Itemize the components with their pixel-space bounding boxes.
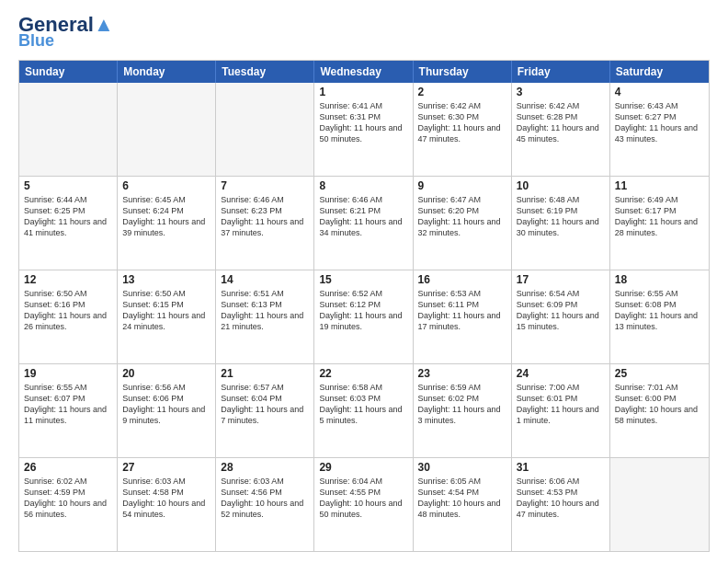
day-number: 17 xyxy=(517,273,605,286)
day-cell-29: 29Sunrise: 6:04 AM Sunset: 4:55 PM Dayli… xyxy=(314,458,413,551)
day-info: Sunrise: 6:59 AM Sunset: 6:02 PM Dayligh… xyxy=(418,382,506,427)
day-number: 5 xyxy=(24,179,112,192)
day-cell-11: 11Sunrise: 6:49 AM Sunset: 6:17 PM Dayli… xyxy=(610,177,709,270)
day-number: 29 xyxy=(319,461,407,474)
day-info: Sunrise: 6:46 AM Sunset: 6:23 PM Dayligh… xyxy=(221,194,309,239)
day-cell-30: 30Sunrise: 6:05 AM Sunset: 4:54 PM Dayli… xyxy=(414,458,512,551)
day-cell-26: 26Sunrise: 6:02 AM Sunset: 4:59 PM Dayli… xyxy=(19,458,118,551)
day-cell-22: 22Sunrise: 6:58 AM Sunset: 6:03 PM Dayli… xyxy=(314,364,413,457)
day-number: 15 xyxy=(319,273,407,286)
day-info: Sunrise: 6:47 AM Sunset: 6:20 PM Dayligh… xyxy=(418,194,506,239)
day-info: Sunrise: 6:42 AM Sunset: 6:28 PM Dayligh… xyxy=(517,100,605,145)
day-number: 10 xyxy=(517,179,605,192)
day-cell-4: 4Sunrise: 6:43 AM Sunset: 6:27 PM Daylig… xyxy=(610,83,709,176)
day-header-wednesday: Wednesday xyxy=(314,61,413,83)
day-number: 30 xyxy=(418,461,506,474)
calendar-body: 1Sunrise: 6:41 AM Sunset: 6:31 PM Daylig… xyxy=(19,83,709,551)
day-header-tuesday: Tuesday xyxy=(216,61,314,83)
day-info: Sunrise: 6:02 AM Sunset: 4:59 PM Dayligh… xyxy=(24,476,112,521)
day-cell-16: 16Sunrise: 6:53 AM Sunset: 6:11 PM Dayli… xyxy=(414,270,512,363)
day-cell-12: 12Sunrise: 6:50 AM Sunset: 6:16 PM Dayli… xyxy=(19,270,118,363)
day-number: 23 xyxy=(418,367,506,380)
day-cell-24: 24Sunrise: 7:00 AM Sunset: 6:01 PM Dayli… xyxy=(512,364,610,457)
day-info: Sunrise: 6:49 AM Sunset: 6:17 PM Dayligh… xyxy=(615,194,704,239)
day-cell-13: 13Sunrise: 6:50 AM Sunset: 6:15 PM Dayli… xyxy=(118,270,216,363)
day-info: Sunrise: 6:05 AM Sunset: 4:54 PM Dayligh… xyxy=(418,476,506,521)
empty-cell xyxy=(19,83,118,176)
day-number: 4 xyxy=(615,86,704,98)
empty-cell xyxy=(216,83,314,176)
day-cell-5: 5Sunrise: 6:44 AM Sunset: 6:25 PM Daylig… xyxy=(19,177,118,270)
day-info: Sunrise: 6:46 AM Sunset: 6:21 PM Dayligh… xyxy=(319,194,407,239)
empty-cell xyxy=(610,458,709,551)
day-cell-28: 28Sunrise: 6:03 AM Sunset: 4:56 PM Dayli… xyxy=(216,458,314,551)
day-info: Sunrise: 7:00 AM Sunset: 6:01 PM Dayligh… xyxy=(517,382,605,427)
day-cell-8: 8Sunrise: 6:46 AM Sunset: 6:21 PM Daylig… xyxy=(314,177,413,270)
day-cell-14: 14Sunrise: 6:51 AM Sunset: 6:13 PM Dayli… xyxy=(216,270,314,363)
day-cell-10: 10Sunrise: 6:48 AM Sunset: 6:19 PM Dayli… xyxy=(512,177,610,270)
day-cell-15: 15Sunrise: 6:52 AM Sunset: 6:12 PM Dayli… xyxy=(314,270,413,363)
day-cell-7: 7Sunrise: 6:46 AM Sunset: 6:23 PM Daylig… xyxy=(216,177,314,270)
day-info: Sunrise: 6:57 AM Sunset: 6:04 PM Dayligh… xyxy=(221,382,309,427)
day-cell-21: 21Sunrise: 6:57 AM Sunset: 6:04 PM Dayli… xyxy=(216,364,314,457)
calendar-header: SundayMondayTuesdayWednesdayThursdayFrid… xyxy=(19,61,709,83)
calendar: SundayMondayTuesdayWednesdayThursdayFrid… xyxy=(18,60,710,552)
day-cell-9: 9Sunrise: 6:47 AM Sunset: 6:20 PM Daylig… xyxy=(414,177,512,270)
day-number: 24 xyxy=(517,367,605,380)
day-number: 22 xyxy=(319,367,407,380)
week-row-1: 1Sunrise: 6:41 AM Sunset: 6:31 PM Daylig… xyxy=(19,83,709,177)
day-cell-31: 31Sunrise: 6:06 AM Sunset: 4:53 PM Dayli… xyxy=(512,458,610,551)
day-info: Sunrise: 6:04 AM Sunset: 4:55 PM Dayligh… xyxy=(319,476,407,521)
day-number: 1 xyxy=(319,86,407,98)
day-cell-27: 27Sunrise: 6:03 AM Sunset: 4:58 PM Dayli… xyxy=(118,458,216,551)
week-row-5: 26Sunrise: 6:02 AM Sunset: 4:59 PM Dayli… xyxy=(19,458,709,551)
day-info: Sunrise: 6:48 AM Sunset: 6:19 PM Dayligh… xyxy=(517,194,605,239)
day-cell-3: 3Sunrise: 6:42 AM Sunset: 6:28 PM Daylig… xyxy=(512,83,610,176)
day-cell-1: 1Sunrise: 6:41 AM Sunset: 6:31 PM Daylig… xyxy=(314,83,413,176)
day-info: Sunrise: 6:55 AM Sunset: 6:07 PM Dayligh… xyxy=(24,382,112,427)
day-info: Sunrise: 6:51 AM Sunset: 6:13 PM Dayligh… xyxy=(221,288,309,333)
day-number: 14 xyxy=(221,273,309,286)
day-number: 16 xyxy=(418,273,506,286)
day-info: Sunrise: 6:54 AM Sunset: 6:09 PM Dayligh… xyxy=(517,288,605,333)
day-cell-19: 19Sunrise: 6:55 AM Sunset: 6:07 PM Dayli… xyxy=(19,364,118,457)
day-cell-17: 17Sunrise: 6:54 AM Sunset: 6:09 PM Dayli… xyxy=(512,270,610,363)
day-number: 19 xyxy=(24,367,112,380)
day-number: 11 xyxy=(615,179,704,192)
day-info: Sunrise: 6:50 AM Sunset: 6:16 PM Dayligh… xyxy=(24,288,112,333)
day-cell-6: 6Sunrise: 6:45 AM Sunset: 6:24 PM Daylig… xyxy=(118,177,216,270)
day-info: Sunrise: 6:55 AM Sunset: 6:08 PM Dayligh… xyxy=(615,288,704,333)
day-header-friday: Friday xyxy=(512,61,610,83)
day-cell-20: 20Sunrise: 6:56 AM Sunset: 6:06 PM Dayli… xyxy=(118,364,216,457)
day-header-sunday: Sunday xyxy=(19,61,118,83)
day-number: 20 xyxy=(122,367,210,380)
empty-cell xyxy=(118,83,216,176)
day-cell-18: 18Sunrise: 6:55 AM Sunset: 6:08 PM Dayli… xyxy=(610,270,709,363)
logo: General▲ Blue xyxy=(18,15,114,51)
day-number: 21 xyxy=(221,367,309,380)
day-info: Sunrise: 6:50 AM Sunset: 6:15 PM Dayligh… xyxy=(122,288,210,333)
day-number: 3 xyxy=(517,86,605,98)
day-info: Sunrise: 6:45 AM Sunset: 6:24 PM Dayligh… xyxy=(122,194,210,239)
day-info: Sunrise: 6:03 AM Sunset: 4:56 PM Dayligh… xyxy=(221,476,309,521)
day-number: 31 xyxy=(517,461,605,474)
day-info: Sunrise: 6:52 AM Sunset: 6:12 PM Dayligh… xyxy=(319,288,407,333)
day-number: 26 xyxy=(24,461,112,474)
day-info: Sunrise: 6:06 AM Sunset: 4:53 PM Dayligh… xyxy=(517,476,605,521)
week-row-3: 12Sunrise: 6:50 AM Sunset: 6:16 PM Dayli… xyxy=(19,270,709,364)
day-info: Sunrise: 6:43 AM Sunset: 6:27 PM Dayligh… xyxy=(615,100,704,145)
day-header-saturday: Saturday xyxy=(610,61,709,83)
day-number: 6 xyxy=(122,179,210,192)
day-header-monday: Monday xyxy=(118,61,216,83)
week-row-4: 19Sunrise: 6:55 AM Sunset: 6:07 PM Dayli… xyxy=(19,364,709,458)
day-header-thursday: Thursday xyxy=(414,61,512,83)
day-number: 13 xyxy=(122,273,210,286)
day-cell-2: 2Sunrise: 6:42 AM Sunset: 6:30 PM Daylig… xyxy=(414,83,512,176)
day-info: Sunrise: 7:01 AM Sunset: 6:00 PM Dayligh… xyxy=(615,382,704,427)
day-info: Sunrise: 6:42 AM Sunset: 6:30 PM Dayligh… xyxy=(418,100,506,145)
day-info: Sunrise: 6:58 AM Sunset: 6:03 PM Dayligh… xyxy=(319,382,407,427)
day-info: Sunrise: 6:53 AM Sunset: 6:11 PM Dayligh… xyxy=(418,288,506,333)
logo-blue: Blue xyxy=(18,31,54,51)
day-number: 8 xyxy=(319,179,407,192)
day-number: 18 xyxy=(615,273,704,286)
